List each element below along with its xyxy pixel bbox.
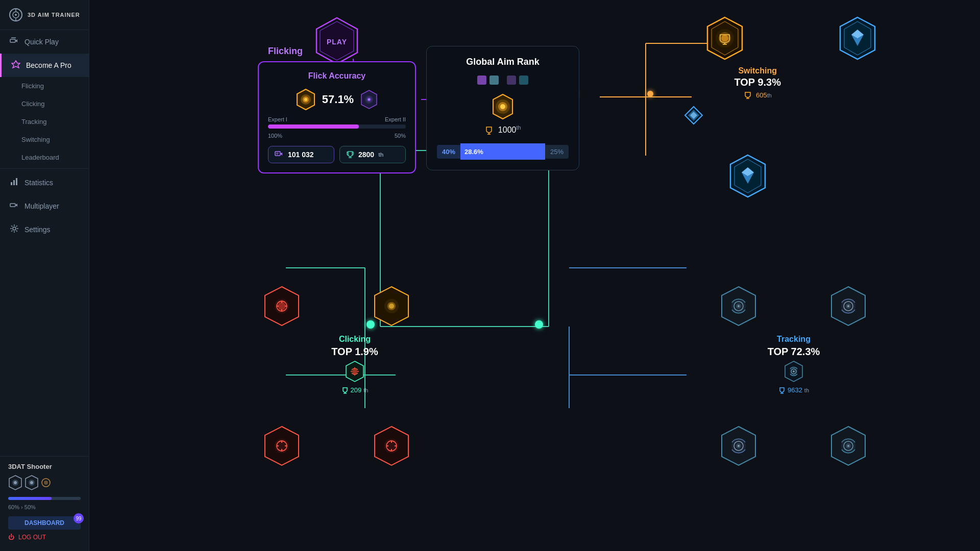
multiplayer-icon [9, 201, 19, 212]
sidebar-item-multiplayer[interactable]: Multiplayer [0, 194, 89, 218]
clicking-nodes-row [263, 285, 411, 330]
sidebar-item-statistics[interactable]: Statistics [0, 171, 89, 194]
svg-point-18 [30, 481, 33, 484]
tracking-trophy-icon [778, 387, 786, 394]
switching-node-right[interactable] [837, 15, 878, 61]
sidebar-item-clicking[interactable]: Clicking [0, 95, 89, 113]
tracking-node-2[interactable] [829, 285, 868, 330]
rank-pct-mid: 28.6% [464, 148, 483, 156]
play-hex[interactable]: PLAY [314, 15, 360, 68]
sidebar-item-leaderboard[interactable]: Leaderboard [0, 148, 89, 166]
tracking-node-1[interactable] [720, 285, 758, 330]
svg-rect-11 [10, 204, 15, 207]
clicking-trophy-icon [341, 387, 349, 394]
dashboard-badge: 99 [74, 513, 84, 523]
sidebar-logo: 3D AIM TRAINER [0, 0, 89, 30]
progress-pct-from: 100% [268, 133, 282, 139]
rank-position: 1000th [437, 124, 569, 135]
svg-point-131 [793, 370, 795, 372]
sidebar-item-flicking[interactable]: Flicking [0, 77, 89, 95]
rank-icon-teal-2 [519, 76, 528, 85]
progress-pct-row: 100% 50% [268, 133, 406, 139]
svg-point-85 [278, 302, 286, 310]
svg-point-60 [500, 104, 505, 109]
switching-label-section: Switching TOP 9.3% 605th [734, 66, 781, 99]
card-rank-row: 57.1% [268, 88, 406, 111]
sidebar-item-settings[interactable]: Settings [0, 218, 89, 241]
level-to: Expert II [385, 116, 406, 122]
profile-name: 3DAT Shooter [8, 463, 81, 470]
profile-progress-bar [8, 497, 81, 500]
svg-rect-8 [11, 182, 12, 185]
svg-point-12 [13, 227, 16, 230]
becomepro-label: Become A Pro [26, 61, 71, 69]
svg-point-122 [738, 305, 740, 307]
global-rank-card: Global Aim Rank 1000th 40% [426, 46, 579, 170]
card-stat-score: 101 032 [268, 146, 334, 163]
card-stat-rank: 2800 th [339, 146, 406, 163]
logout-button[interactable]: ⏻ LOG OUT [8, 530, 81, 545]
flick-accuracy-pct: 57.1% [322, 93, 354, 106]
svg-point-138 [738, 445, 740, 447]
global-rank-title: Global Aim Rank [437, 57, 569, 67]
rank-pct-right: 25% [545, 145, 569, 159]
tracking-rank-num: 9632 [788, 386, 802, 394]
play-button-label[interactable]: PLAY [327, 38, 347, 46]
tracking-bottom-node-1[interactable] [720, 424, 758, 469]
flicking-label-text: Flicking [268, 46, 303, 56]
switching-bottom-hex[interactable] [727, 153, 768, 201]
progress-pct-to: 50% [395, 133, 406, 139]
sidebar-item-tracking[interactable]: Tracking [0, 113, 89, 131]
statistics-label: Statistics [24, 179, 53, 187]
clicking-bottom-node-1[interactable] [263, 424, 301, 469]
rank-icon-teal-1 [489, 76, 499, 85]
flick-accuracy-card: Flick Accuracy 57.1% Expert I Expert II [258, 61, 416, 173]
tracking-label: Tracking [21, 118, 46, 126]
sidebar-item-switching[interactable]: Switching [0, 131, 89, 148]
switching-rank-suffix: th [767, 92, 772, 98]
score-icon [275, 151, 284, 158]
dashboard-button[interactable]: DASHBOARD [8, 516, 81, 530]
sidebar-item-become-pro[interactable]: Become A Pro [0, 54, 89, 77]
clicking-node-1[interactable] [263, 285, 301, 330]
svg-point-15 [14, 481, 17, 484]
settings-icon [9, 224, 19, 235]
svg-rect-9 [13, 180, 15, 185]
flick-rank-icon-2 [360, 89, 378, 110]
tracking-label-text: Tracking [720, 335, 868, 344]
svg-point-97 [352, 369, 357, 374]
clicking-small-hex [299, 360, 411, 383]
rank-bar-row: 40% 28.6% 25% [437, 143, 569, 160]
flick-progress-fill [268, 124, 359, 129]
sidebar-item-quickplay[interactable]: Quick Play [0, 30, 89, 54]
rank-medal [437, 93, 569, 120]
clicking-node-2[interactable] [373, 285, 411, 330]
switching-section: Switching TOP 9.3% 605th [704, 15, 878, 65]
svg-rect-5 [10, 39, 15, 42]
level-from: Expert I [268, 116, 287, 122]
clicking-top-pct: TOP 1.9% [299, 346, 411, 358]
switching-mid-diamond[interactable] [683, 105, 704, 128]
tracking-rank-suffix: th [804, 387, 809, 393]
card-rank-value: 2800 [358, 151, 374, 159]
switching-node-left[interactable] [704, 15, 745, 61]
switching-top-nodes: Switching TOP 9.3% 605th [704, 15, 878, 61]
rank-icon-purple-1 [477, 76, 486, 85]
logo-icon [8, 7, 23, 22]
statistics-icon [9, 177, 19, 188]
tracking-rank-row: 9632th [720, 386, 868, 394]
settings-label: Settings [24, 226, 51, 234]
svg-rect-10 [16, 178, 17, 185]
card-rank-suffix: th [378, 152, 383, 158]
global-rank-icons [437, 76, 569, 85]
sidebar-divider-1 [0, 168, 89, 169]
svg-point-94 [389, 304, 394, 309]
tracking-bottom-node-2[interactable] [829, 424, 868, 469]
svg-point-20 [44, 481, 48, 485]
clicking-bottom-node-2[interactable] [373, 424, 411, 469]
main-content: PLAY Flicking Flick Accuracy 57.1% [89, 0, 980, 551]
sidebar: 3D AIM TRAINER Quick Play Become A Pro F… [0, 0, 89, 551]
clicking-label-text: Clicking [299, 335, 411, 344]
sidebar-bottom: 3DAT Shooter [0, 456, 89, 551]
switching-label-text: Switching [734, 66, 781, 76]
